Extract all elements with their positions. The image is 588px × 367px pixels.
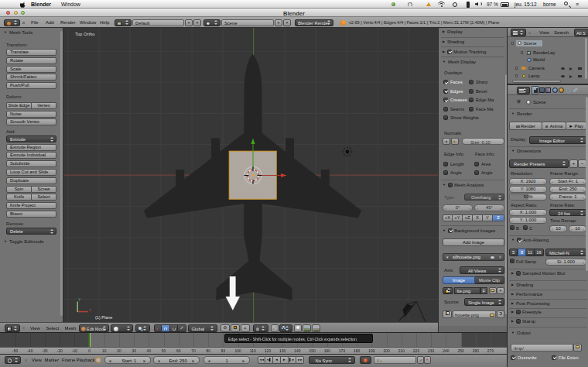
svg-text:y: y: [79, 297, 81, 301]
svg-text:x: x: [90, 307, 92, 312]
